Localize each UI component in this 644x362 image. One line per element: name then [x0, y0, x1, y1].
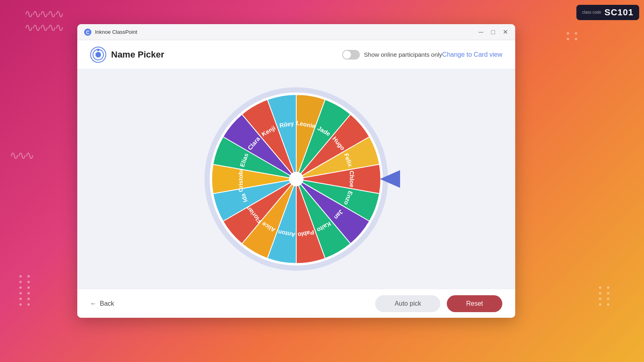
- change-view-button[interactable]: Change to Card view: [442, 51, 502, 58]
- titlebar-title: Inknoe ClassPoint: [95, 29, 477, 35]
- spinner-wheel: RileyLeonieJadeHugoFelixChloeEnzoJanKait…: [200, 82, 393, 276]
- wheel-pointer: [380, 170, 400, 188]
- online-participants-toggle[interactable]: [342, 50, 360, 60]
- squiggle-top: ∿∿∿∿∿: [24, 7, 62, 21]
- reset-button[interactable]: Reset: [447, 295, 502, 312]
- dots-bottom-left: [19, 275, 32, 306]
- back-button[interactable]: ← Back: [90, 300, 369, 307]
- auto-pick-button[interactable]: Auto pick: [375, 295, 440, 312]
- toggle-label: Show online participants only: [364, 51, 442, 58]
- class-code-badge: class code SC101: [576, 5, 639, 20]
- back-arrow-icon: ←: [90, 300, 97, 307]
- squiggle-top2: ∿∿∿∿∿: [24, 21, 62, 34]
- svg-text:Chloe: Chloe: [349, 171, 355, 187]
- header-title: Name Picker: [111, 49, 342, 60]
- header: Name Picker Show online participants onl…: [77, 40, 515, 69]
- class-code-label: class code: [582, 10, 601, 15]
- dots-bottom-right: [599, 286, 612, 306]
- content-area: RileyLeonieJadeHugoFelixChloeEnzoJanKait…: [77, 69, 515, 289]
- classpoint-logo: [90, 47, 106, 63]
- svg-point-26: [289, 172, 303, 186]
- footer: ← Back Auto pick Reset: [77, 289, 515, 318]
- titlebar-controls: ─ □ ✕: [477, 29, 509, 36]
- dots-top-right: [567, 32, 580, 40]
- back-label: Back: [100, 300, 114, 307]
- spinner-wheel-container[interactable]: RileyLeonieJadeHugoFelixChloeEnzoJanKait…: [200, 82, 393, 276]
- maximize-button[interactable]: □: [489, 29, 497, 36]
- toggle-group: Show online participants only: [342, 50, 442, 60]
- titlebar: C Inknoe ClassPoint ─ □ ✕: [77, 24, 515, 40]
- main-window: C Inknoe ClassPoint ─ □ ✕ Name Picker Sh…: [77, 24, 515, 318]
- class-code-value: SC101: [605, 7, 634, 18]
- svg-point-5: [97, 49, 99, 51]
- squiggle-mid: ∿∿∿: [10, 149, 33, 162]
- minimize-button[interactable]: ─: [477, 29, 485, 36]
- app-icon: C: [84, 28, 92, 36]
- close-button[interactable]: ✕: [502, 29, 509, 36]
- svg-text:C: C: [86, 30, 90, 35]
- svg-point-4: [95, 52, 101, 58]
